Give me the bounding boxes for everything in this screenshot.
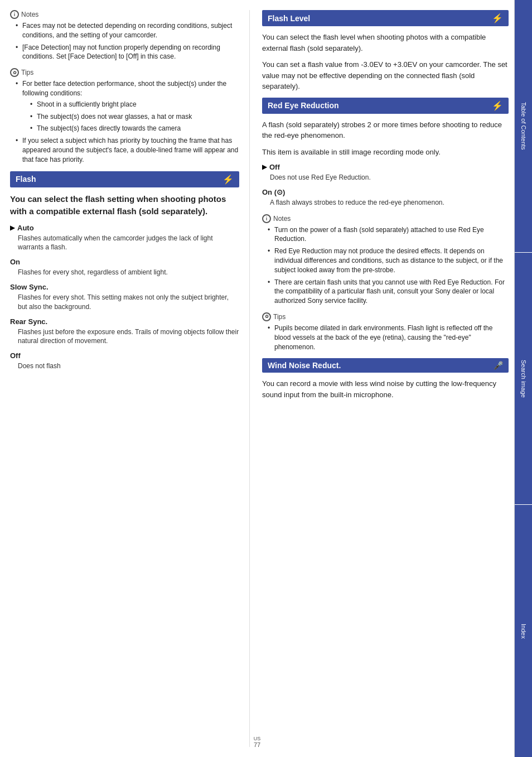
flash-header-label: Flash	[16, 175, 36, 184]
wind-noise-icon: 🎤	[494, 361, 503, 370]
tips-sub-item-3: The subject(s) faces directly towards th…	[30, 124, 239, 133]
country-label: US	[0, 736, 514, 741]
flash-level-header: Flash Level ⚡	[262, 10, 509, 26]
flash-section-header: Flash ⚡	[10, 171, 239, 187]
right-column: Flash Level ⚡ You can select the flash l…	[250, 10, 514, 747]
flash-option-auto-desc: Flashes automatically when the camcorder…	[10, 234, 239, 253]
red-eye-note-3: There are certain flash units that you c…	[268, 278, 509, 306]
red-eye-section: Red Eye Reduction ⚡ A flash (sold separa…	[262, 98, 509, 352]
red-eye-body1: A flash (sold separately) strobes 2 or m…	[262, 119, 509, 141]
sidebar-tab-search[interactable]: Search image	[515, 253, 532, 505]
red-eye-icon: ⚡	[492, 100, 503, 111]
notes-title-top: i Notes	[10, 10, 239, 19]
tips-sub-item-2: The subject(s) does not wear glasses, a …	[30, 112, 239, 122]
flash-section: Flash ⚡ You can select the flash setting…	[10, 171, 239, 371]
tips-icon-left: ✿	[10, 68, 19, 77]
wind-noise-header: Wind Noise Reduct. 🎤	[262, 358, 509, 373]
flash-option-on-title: On	[10, 258, 239, 266]
red-eye-notes-title: i Notes	[262, 214, 509, 223]
sidebar-tab-index[interactable]: Index	[515, 505, 532, 757]
red-eye-tips-list: Pupils become dilated in dark environmen…	[262, 324, 509, 351]
wind-noise-label: Wind Noise Reduct.	[268, 361, 341, 370]
flash-level-label: Flash Level	[268, 14, 310, 23]
notes-block-top: i Notes Faces may not be detected depend…	[10, 10, 239, 61]
tips-item-extra: If you select a subject which has priori…	[16, 136, 239, 164]
notes-item-1: Faces may not be detected depending on r…	[16, 21, 239, 40]
red-eye-label: Red Eye Reduction	[268, 101, 339, 110]
red-eye-tips: ✿ Tips Pupils become dilated in dark env…	[262, 312, 509, 351]
flash-option-slow-sync-desc: Flashes for every shot. This setting mak…	[10, 293, 239, 312]
flash-option-off-title: Off	[10, 351, 239, 360]
red-eye-tip-1: Pupils become dilated in dark environmen…	[268, 324, 509, 351]
left-column: i Notes Faces may not be detected depend…	[10, 10, 250, 747]
flash-level-body2: You can set a flash value from -3.0EV to…	[262, 59, 509, 92]
red-eye-tips-label: Tips	[273, 313, 286, 321]
notes-icon-top: i	[10, 10, 19, 19]
tips-item-intro: For better face detection performance, s…	[16, 79, 239, 133]
arrow-icon-auto: ▶	[10, 224, 14, 232]
flash-option-slow-sync: Slow Sync. Flashes for every shot. This …	[10, 283, 239, 312]
red-eye-option-off-desc: Does not use Red Eye Reduction.	[262, 173, 509, 182]
sidebar: Table of Contents Search image Index	[514, 0, 532, 757]
notes-label-top: Notes	[21, 11, 38, 18]
red-eye-option-on: On (⊙) A flash always strobes to reduce …	[262, 188, 509, 208]
notes-item-2: [Face Detection] may not function proper…	[16, 43, 239, 62]
flash-option-rear-sync-desc: Flashes just before the exposure ends. T…	[10, 327, 239, 346]
page-footer: US 77	[0, 730, 514, 751]
tips-title-left: ✿ Tips	[10, 68, 239, 77]
flash-option-off: Off Does not flash	[10, 351, 239, 371]
red-eye-header: Red Eye Reduction ⚡	[262, 98, 509, 114]
flash-option-on: On Flashes for every shot, regardless of…	[10, 258, 239, 277]
tips-block-left: ✿ Tips For better face detection perform…	[10, 68, 239, 164]
notes-list-top: Faces may not be detected depending on r…	[10, 21, 239, 61]
red-eye-notes-list: Turn on the power of a flash (sold separ…	[262, 225, 509, 306]
tips-sub-item-1: Shoot in a sufficiently bright place	[30, 100, 239, 109]
flash-option-off-desc: Does not flash	[10, 361, 239, 371]
red-eye-body2: This item is available in still image re…	[262, 147, 509, 158]
sidebar-tab-toc[interactable]: Table of Contents	[515, 0, 532, 253]
red-eye-notes-icon: i	[262, 214, 271, 223]
wind-noise-section: Wind Noise Reduct. 🎤 You can record a mo…	[262, 358, 509, 400]
tips-label-left: Tips	[21, 69, 33, 76]
tips-list-left: For better face detection performance, s…	[10, 79, 239, 164]
red-eye-tips-title: ✿ Tips	[262, 312, 509, 321]
red-eye-notes-label: Notes	[273, 215, 291, 223]
red-eye-option-on-desc: A flash always strobes to reduce the red…	[262, 198, 509, 208]
red-eye-note-2: Red Eye Reduction may not produce the de…	[268, 247, 509, 274]
flash-level-icon: ⚡	[492, 13, 503, 23]
tips-sub-list: Shoot in a sufficiently bright place The…	[22, 100, 239, 133]
flash-option-slow-sync-title: Slow Sync.	[10, 283, 239, 291]
red-eye-notes: i Notes Turn on the power of a flash (so…	[262, 214, 509, 306]
flash-option-rear-sync-title: Rear Sync.	[10, 317, 239, 326]
red-eye-note-1: Turn on the power of a flash (sold separ…	[268, 225, 509, 244]
page-number: 77	[0, 741, 514, 748]
flash-level-body1: You can select the flash level when shoo…	[262, 32, 509, 54]
arrow-icon-red-eye-off: ▶	[262, 163, 267, 171]
flash-option-auto: ▶ Auto Flashes automatically when the ca…	[10, 224, 239, 253]
flash-option-rear-sync: Rear Sync. Flashes just before the expos…	[10, 317, 239, 346]
red-eye-tips-icon: ✿	[262, 312, 271, 321]
flash-option-on-desc: Flashes for every shot, regardless of am…	[10, 268, 239, 277]
flash-header-icon: ⚡	[223, 174, 234, 185]
flash-level-section: Flash Level ⚡ You can select the flash l…	[262, 10, 509, 92]
flash-option-auto-title: ▶ Auto	[10, 224, 239, 232]
red-eye-option-off-title: ▶ Off	[262, 163, 509, 171]
red-eye-option-off: ▶ Off Does not use Red Eye Reduction.	[262, 163, 509, 182]
flash-body: You can select the flash setting when sh…	[10, 193, 239, 218]
wind-noise-body: You can record a movie with less wind no…	[262, 378, 509, 400]
red-eye-option-on-title: On (⊙)	[262, 188, 509, 196]
